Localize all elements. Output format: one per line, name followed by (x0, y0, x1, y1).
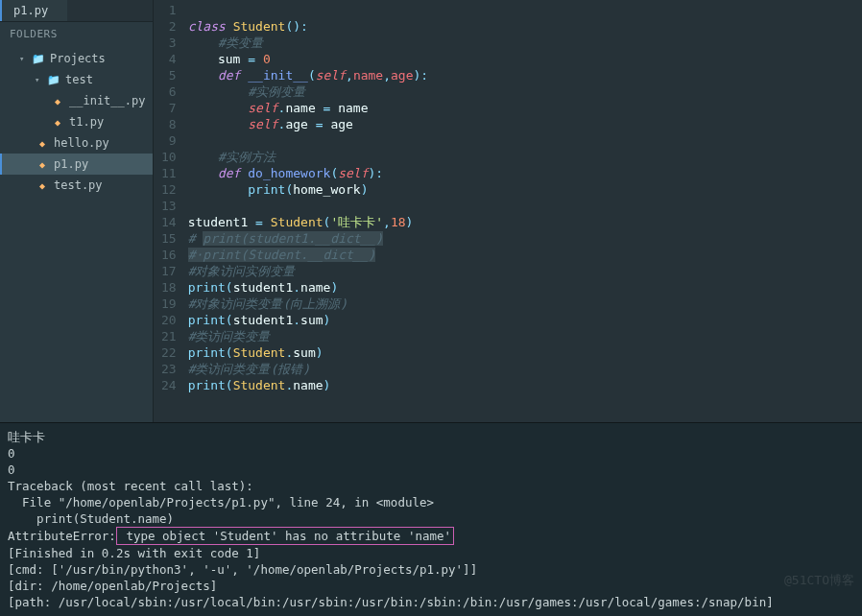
console-line: Traceback (most recent call last): (8, 478, 854, 494)
code-line[interactable]: #实例变量 (188, 83, 429, 100)
line-number: 3 (161, 35, 177, 51)
console-line: 0 (8, 462, 854, 478)
line-number: 8 (161, 116, 177, 132)
code-line[interactable]: self.age = age (188, 116, 429, 132)
code-line[interactable]: def do_homework(self): (188, 165, 429, 181)
line-number: 24 (161, 377, 177, 393)
code-line[interactable] (188, 198, 429, 214)
watermark: @51CTO博客 (784, 572, 854, 589)
code-line[interactable]: #类访问类变量 (188, 328, 429, 344)
code-line[interactable]: # print(student1.__dict__) (188, 230, 429, 247)
code-line[interactable] (188, 132, 429, 149)
tree-item-label: p1.py (54, 157, 88, 171)
code-line[interactable]: class Student(): (188, 18, 429, 35)
console-line: File "/home/openlab/Projects/p1.py", lin… (8, 494, 854, 510)
line-number: 16 (161, 247, 177, 263)
python-file-icon (50, 115, 65, 129)
line-number: 20 (161, 312, 177, 328)
code-line[interactable]: #类变量 (188, 35, 429, 51)
tree-item-label: test (65, 73, 93, 86)
tree-item-label: __init__.py (69, 94, 145, 107)
tree-item[interactable]: t1.py (0, 111, 153, 132)
code-line[interactable]: print(home_work) (188, 181, 429, 198)
code-area[interactable]: class Student(): #类变量 sum = 0 def __init… (188, 0, 429, 422)
line-number: 17 (161, 263, 177, 279)
line-number: 22 (161, 344, 177, 361)
code-line[interactable]: print(student1.sum) (188, 312, 429, 328)
line-number: 19 (161, 296, 177, 312)
code-line[interactable]: #·print(Student.__dict__) (188, 247, 429, 263)
tab-bar: p1.py (0, 0, 153, 22)
tree-item-label: t1.py (69, 115, 104, 129)
tree-item[interactable]: p1.py (0, 154, 153, 175)
error-highlight: type object 'Student' has no attribute '… (116, 527, 454, 545)
tree-item-label: hello.py (54, 136, 109, 150)
code-line[interactable]: #对象访问实例变量 (188, 263, 429, 279)
tab-label: p1.py (13, 4, 48, 17)
tree-item[interactable]: __init__.py (0, 90, 153, 111)
sidebar: p1.py FOLDERS ▾Projects▾test__init__.pyt… (0, 0, 154, 422)
folder-icon (31, 52, 46, 65)
console-line: 哇卡卡 (8, 429, 854, 445)
console-line: [cmd: ['/usr/bin/python3', '-u', '/home/… (8, 561, 854, 578)
code-line[interactable]: #类访问类变量(报错) (188, 361, 429, 377)
console-error-line: AttributeError: type object 'Student' ha… (8, 527, 854, 545)
console-line: print(Student.name) (8, 510, 854, 527)
console-line: [Finished in 0.2s with exit code 1] (8, 545, 854, 561)
code-line[interactable]: def __init__(self,name,age): (188, 67, 429, 83)
line-number: 15 (161, 230, 177, 247)
line-number: 14 (161, 214, 177, 230)
code-line[interactable]: student1 = Student('哇卡卡',18) (188, 214, 429, 230)
code-line[interactable]: #实例方法 (188, 149, 429, 165)
code-line[interactable]: print(Student.name) (188, 377, 429, 393)
tree-item[interactable]: ▾Projects (0, 48, 153, 69)
tab-p1[interactable]: p1.py (0, 0, 67, 21)
output-panel[interactable]: 哇卡卡00Traceback (most recent call last): … (0, 422, 862, 616)
console-line: [path: /usr/local/sbin:/usr/local/bin:/u… (8, 594, 854, 610)
line-number: 21 (161, 328, 177, 344)
line-number: 11 (161, 165, 177, 181)
tree-item-label: test.py (54, 178, 103, 192)
tree-item-label: Projects (50, 52, 106, 65)
line-number: 13 (161, 198, 177, 214)
gutter: 123456789101112131415161718192021222324 (154, 0, 188, 422)
tree-item[interactable]: hello.py (0, 132, 153, 154)
tree-item[interactable]: ▾test (0, 69, 153, 90)
line-number: 23 (161, 361, 177, 377)
console-line: [dir: /home/openlab/Projects] (8, 578, 854, 594)
line-number: 2 (161, 18, 177, 35)
chevron-down-icon: ▾ (35, 75, 42, 84)
code-line[interactable]: self.name = name (188, 100, 429, 116)
code-line[interactable]: sum = 0 (188, 51, 429, 67)
line-number: 4 (161, 51, 177, 67)
line-number: 12 (161, 181, 177, 198)
line-number: 7 (161, 100, 177, 116)
python-file-icon (35, 136, 50, 150)
python-file-icon (35, 178, 50, 192)
python-file-icon (35, 157, 50, 171)
code-line[interactable] (188, 2, 429, 18)
line-number: 1 (161, 2, 177, 18)
code-line[interactable]: print(student1.name) (188, 279, 429, 296)
line-number: 5 (161, 67, 177, 83)
console-line: 0 (8, 445, 854, 462)
code-line[interactable]: print(Student.sum) (188, 344, 429, 361)
python-file-icon (50, 94, 65, 107)
chevron-down-icon: ▾ (19, 54, 27, 63)
file-tree: ▾Projects▾test__init__.pyt1.pyhello.pyp1… (0, 46, 153, 198)
code-line[interactable]: #对象访问类变量(向上溯源) (188, 296, 429, 312)
line-number: 6 (161, 83, 177, 100)
tree-item[interactable]: test.py (0, 175, 153, 196)
folder-icon (46, 73, 61, 86)
editor[interactable]: 123456789101112131415161718192021222324 … (154, 0, 862, 422)
line-number: 18 (161, 279, 177, 296)
line-number: 10 (161, 149, 177, 165)
folders-header: FOLDERS (0, 22, 153, 46)
line-number: 9 (161, 132, 177, 149)
